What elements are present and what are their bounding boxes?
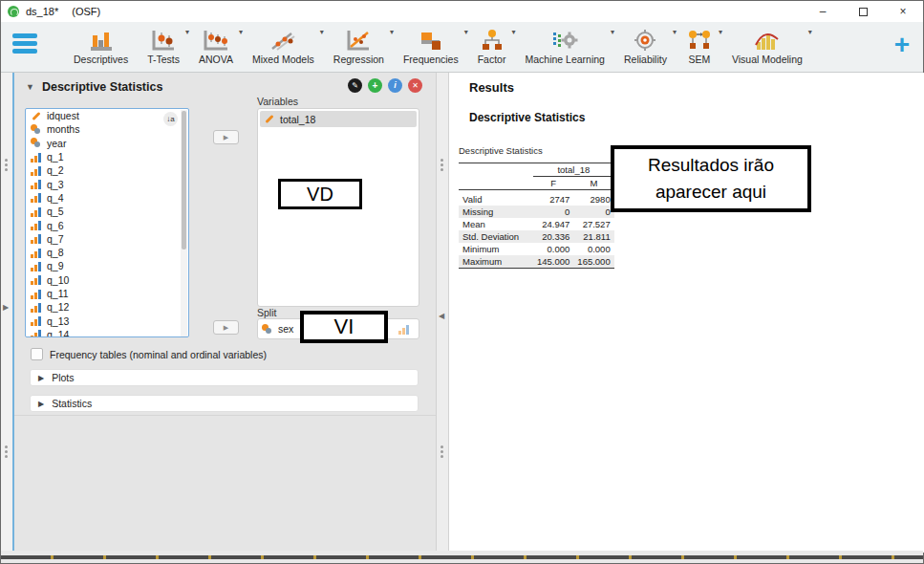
nominal-variable-icon bbox=[262, 324, 273, 335]
list-item[interactable]: q_7 bbox=[26, 232, 188, 246]
drag-handle-icon[interactable] bbox=[441, 444, 444, 460]
list-item[interactable]: q_13 bbox=[26, 314, 188, 327]
window-title: ds_18* bbox=[26, 6, 58, 17]
table-row: Mean24.94727.527 bbox=[459, 218, 614, 230]
list-item[interactable]: q_3 bbox=[26, 177, 188, 190]
info-button[interactable]: i bbox=[388, 78, 402, 93]
sem-icon bbox=[686, 29, 713, 52]
list-item[interactable]: year bbox=[26, 137, 188, 150]
module-reliability[interactable]: ▾ Reliability bbox=[614, 25, 677, 65]
drag-handle-icon[interactable] bbox=[5, 444, 9, 460]
list-item[interactable]: q_2 bbox=[26, 163, 188, 177]
section-plots[interactable]: ▶ Plots bbox=[30, 369, 419, 386]
table-group-header: total_18 bbox=[533, 163, 614, 177]
list-item[interactable]: q_5 bbox=[26, 205, 188, 218]
window-subtitle: (OSF) bbox=[72, 6, 100, 17]
minimize-button[interactable]: – bbox=[803, 1, 843, 22]
module-machine-learning[interactable]: ▾ Machine Learning bbox=[515, 25, 613, 65]
data-columns-strip bbox=[1, 555, 923, 559]
section-statistics[interactable]: ▶ Statistics bbox=[30, 395, 419, 412]
data-panel-splitter[interactable]: ▶ bbox=[1, 73, 14, 553]
ordinal-variable-icon bbox=[31, 261, 42, 271]
scale-variable-icon bbox=[31, 111, 42, 121]
analysis-options-panel: ▼ Descriptive Statistics ✎ + i ✕ idquest… bbox=[14, 73, 436, 553]
module-mixed-models[interactable]: ▾ Mixed Models bbox=[243, 25, 324, 65]
module-visual-modeling[interactable]: ▾ Visual Modeling bbox=[722, 25, 812, 65]
analysis-title: Descriptive Statistics bbox=[42, 80, 162, 94]
collapse-options-icon[interactable]: ◀ bbox=[439, 312, 444, 320]
frequencies-icon bbox=[419, 29, 443, 52]
list-item[interactable]: q_10 bbox=[26, 273, 188, 287]
add-analysis-button[interactable]: + bbox=[894, 32, 910, 58]
list-item[interactable]: months bbox=[26, 122, 188, 136]
module-factor[interactable]: ▾ Factor bbox=[468, 25, 516, 65]
assigned-variable[interactable]: total_18 bbox=[260, 111, 417, 127]
variables-field-label: Variables bbox=[257, 96, 298, 107]
ordinal-variable-icon bbox=[31, 233, 42, 244]
frequency-tables-option[interactable]: Frequency tables (nominal and ordinal va… bbox=[31, 348, 267, 360]
maximize-icon bbox=[859, 8, 868, 16]
drag-handle-icon[interactable] bbox=[441, 157, 444, 173]
table-caption: Descriptive Statistics bbox=[459, 145, 614, 156]
list-item[interactable]: q_9 bbox=[26, 259, 188, 272]
module-ttests[interactable]: ▾ T-Tests bbox=[138, 25, 189, 65]
list-item[interactable]: q_1 bbox=[26, 150, 188, 163]
list-item[interactable]: q_8 bbox=[26, 246, 188, 259]
expand-section-icon: ▶ bbox=[38, 400, 44, 408]
remove-analysis-button[interactable]: ✕ bbox=[408, 78, 422, 93]
assign-variables-button[interactable]: ▶ bbox=[213, 130, 239, 144]
table-row: Minimum0.0000.000 bbox=[459, 243, 614, 255]
visual-modeling-icon bbox=[754, 29, 781, 52]
frequency-tables-checkbox[interactable] bbox=[31, 348, 43, 360]
close-button[interactable]: × bbox=[883, 1, 923, 22]
descriptives-table[interactable]: Descriptive Statistics total_18 F M bbox=[459, 145, 614, 269]
table-row: Valid27472980 bbox=[459, 190, 614, 206]
main-menu-button[interactable] bbox=[12, 33, 39, 60]
results-title: Results bbox=[469, 80, 514, 95]
machine-learning-icon bbox=[551, 29, 578, 52]
results-panel: Results Descriptive Statistics Descripti… bbox=[449, 73, 924, 553]
ordinal-variable-icon bbox=[31, 302, 42, 313]
list-item[interactable]: q_12 bbox=[26, 300, 188, 314]
module-sem[interactable]: ▾ SEM bbox=[677, 25, 722, 65]
list-item[interactable]: q_14 bbox=[26, 328, 188, 337]
expand-section-icon: ▶ bbox=[38, 374, 44, 382]
module-anova[interactable]: ▾ ANOVA bbox=[189, 25, 243, 65]
hamburger-icon bbox=[12, 33, 37, 38]
scrollbar-thumb[interactable] bbox=[182, 111, 186, 249]
list-item[interactable]: q_6 bbox=[26, 218, 188, 231]
factor-icon bbox=[480, 29, 505, 52]
module-regression[interactable]: ▾ Regression bbox=[324, 25, 394, 65]
module-descriptives[interactable]: Descriptives bbox=[64, 25, 138, 65]
ordinal-variable-icon bbox=[31, 152, 42, 163]
duplicate-analysis-button[interactable]: + bbox=[368, 78, 382, 93]
results-splitter[interactable]: ◀ bbox=[436, 73, 449, 553]
maximize-button[interactable] bbox=[843, 1, 883, 22]
ordinal-variable-icon bbox=[31, 329, 42, 337]
annotation-vi: VI bbox=[300, 311, 388, 343]
list-item[interactable]: q_4 bbox=[26, 191, 188, 205]
list-item[interactable]: q_11 bbox=[26, 287, 188, 300]
available-variables-list[interactable]: idquest months year q_1 q_2 q_3 q_4 q_5 … bbox=[25, 108, 189, 337]
reliability-icon bbox=[633, 29, 657, 52]
ordinal-variable-icon bbox=[31, 165, 42, 176]
chevron-down-icon[interactable]: ▾ bbox=[808, 28, 812, 36]
ordinal-variable-icon bbox=[31, 179, 42, 189]
edit-title-button[interactable]: ✎ bbox=[348, 78, 362, 93]
assign-split-button[interactable]: ▶ bbox=[213, 320, 239, 335]
title-bar: ds_18* (OSF) – × bbox=[1, 1, 923, 22]
ordinal-variable-icon bbox=[31, 274, 42, 285]
sort-variables-icon[interactable]: ↓a bbox=[163, 112, 178, 126]
column-header-f: F bbox=[533, 177, 573, 190]
mixed-models-icon bbox=[269, 29, 296, 52]
scale-variable-icon bbox=[264, 114, 275, 124]
variables-scrollbar[interactable] bbox=[181, 110, 187, 337]
expand-data-panel-icon[interactable]: ▶ bbox=[3, 303, 9, 312]
data-table-edge bbox=[1, 551, 923, 563]
collapse-analysis-icon[interactable]: ▼ bbox=[26, 82, 34, 92]
drag-handle-icon[interactable] bbox=[5, 157, 9, 173]
module-frequencies[interactable]: ▾ Frequencies bbox=[394, 25, 468, 65]
split-field-label: Split bbox=[257, 307, 276, 318]
jasp-window: ds_18* (OSF) – × Descriptives ▾ T-Tests … bbox=[0, 0, 924, 564]
anova-icon bbox=[203, 29, 229, 52]
